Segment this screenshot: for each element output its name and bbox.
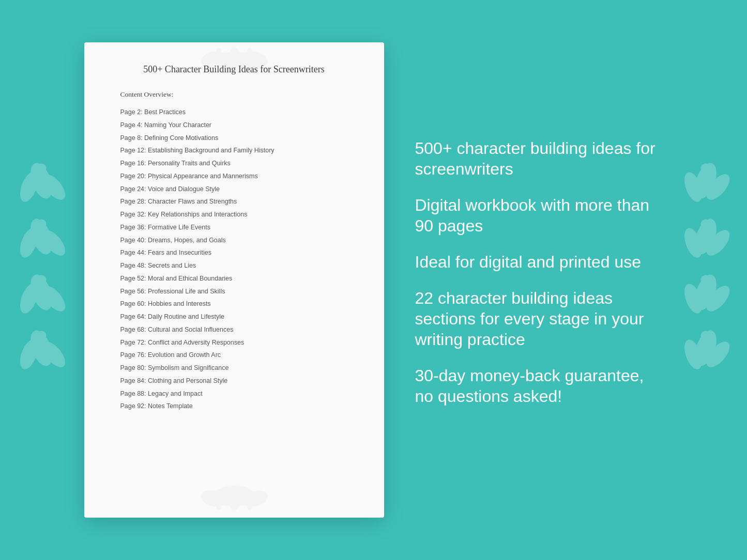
feature-text-2: Digital workbook with more than 90 pages — [415, 195, 663, 236]
feature-item-5: 30-day money-back guarantee, no question… — [415, 365, 663, 407]
toc-item: Page 80: Symbolism and Significance — [110, 362, 358, 375]
document-page: 500+ Character Building Ideas for Screen… — [84, 42, 384, 518]
toc-item: Page 72: Conflict and Adversity Response… — [110, 336, 358, 349]
content-wrapper: 500+ Character Building Ideas for Screen… — [0, 22, 747, 538]
toc-item: Page 44: Fears and Insecurities — [110, 246, 358, 259]
toc-item: Page 28: Character Flaws and Strengths — [110, 195, 358, 208]
svg-point-40 — [240, 488, 269, 509]
toc-item: Page 2: Best Practices — [110, 106, 358, 119]
svg-point-36 — [216, 48, 221, 53]
toc-item: Page 60: Hobbies and Interests — [110, 298, 358, 310]
feature-text-4: 22 character building ideas sections for… — [415, 288, 663, 350]
svg-point-41 — [230, 502, 238, 510]
feature-text-1: 500+ character building ideas for screen… — [415, 138, 663, 179]
toc-item: Page 68: Cultural and Social Influences — [110, 323, 358, 336]
feature-text-5: 30-day money-back guarantee, no question… — [415, 365, 663, 407]
toc-item: Page 8: Defining Core Motivations — [110, 132, 358, 145]
section-label: Content Overview: — [120, 90, 358, 99]
svg-point-37 — [247, 48, 252, 53]
table-of-contents: Page 2: Best PracticesPage 4: Naming You… — [110, 106, 358, 413]
toc-item: Page 20: Physical Appearance and Manneri… — [110, 170, 358, 183]
right-panel: 500+ character building ideas for screen… — [415, 138, 663, 422]
toc-item: Page 52: Moral and Ethical Boundaries — [110, 272, 358, 285]
toc-item: Page 32: Key Relationships and Interacti… — [110, 208, 358, 221]
svg-point-43 — [247, 505, 252, 510]
toc-item: Page 64: Daily Routine and Lifestyle — [110, 310, 358, 323]
toc-item: Page 56: Professional Life and Skills — [110, 285, 358, 298]
document-title: 500+ Character Building Ideas for Screen… — [110, 63, 358, 76]
feature-item-1: 500+ character building ideas for screen… — [415, 138, 663, 179]
svg-point-35 — [230, 48, 238, 56]
svg-point-38 — [214, 486, 255, 506]
toc-item: Page 16: Personality Traits and Quirks — [110, 157, 358, 170]
toc-item: Page 84: Clothing and Personal Style — [110, 375, 358, 387]
doc-watermark-bottom — [182, 480, 286, 514]
toc-item: Page 92: Notes Template — [110, 400, 358, 413]
toc-item: Page 24: Voice and Dialogue Style — [110, 183, 358, 196]
feature-text-3: Ideal for digital and printed use — [415, 252, 663, 272]
toc-item: Page 4: Naming Your Character — [110, 119, 358, 132]
svg-point-42 — [216, 505, 221, 510]
toc-item: Page 88: Legacy and Impact — [110, 387, 358, 400]
toc-item: Page 48: Secrets and Lies — [110, 259, 358, 272]
feature-item-2: Digital workbook with more than 90 pages — [415, 195, 663, 236]
svg-point-39 — [199, 488, 227, 509]
toc-item: Page 76: Evolution and Growth Arc — [110, 349, 358, 362]
document-header: 500+ Character Building Ideas for Screen… — [110, 63, 358, 76]
toc-item: Page 36: Formative Life Events — [110, 221, 358, 234]
feature-item-3: Ideal for digital and printed use — [415, 252, 663, 272]
toc-item: Page 12: Establishing Background and Fam… — [110, 144, 358, 157]
feature-item-4: 22 character building ideas sections for… — [415, 288, 663, 350]
toc-item: Page 40: Dreams, Hopes, and Goals — [110, 234, 358, 247]
